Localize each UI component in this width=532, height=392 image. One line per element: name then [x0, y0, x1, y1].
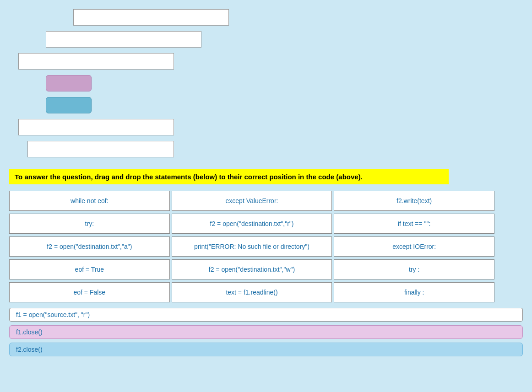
- draggable-f2-close[interactable]: f2.close(): [9, 343, 523, 356]
- statement-row-1: while not eof: except ValueError: f2.wri…: [9, 191, 494, 211]
- colored-box-blue: [46, 97, 92, 113]
- drop-zone-5[interactable]: [27, 141, 174, 157]
- drop-zone-1[interactable]: [73, 9, 229, 26]
- drop-zone-3[interactable]: [18, 53, 174, 70]
- statement-row-2: try: f2 = open("destination.txt","r") if…: [9, 214, 494, 234]
- statement-f2-open-a[interactable]: f2 = open("destination.txt","a"): [9, 236, 170, 257]
- draggable-f1-close[interactable]: f1.close(): [9, 325, 523, 339]
- colored-box-pink: [46, 75, 92, 91]
- statement-f2-open-w[interactable]: f2 = open("destination.txt","w"): [172, 259, 332, 279]
- draggable-f1-open[interactable]: f1 = open("source.txt", "r"): [9, 308, 523, 322]
- statement-try-colon[interactable]: try :: [334, 259, 494, 279]
- drop-zone-2[interactable]: [46, 31, 201, 48]
- statement-try[interactable]: try:: [9, 214, 170, 234]
- instruction-bar: To answer the question, drag and drop th…: [9, 169, 449, 184]
- instruction-text: To answer the question, drag and drop th…: [15, 173, 363, 181]
- statement-if-text-equals[interactable]: if text == "":: [334, 214, 494, 234]
- statement-finally[interactable]: finally :: [334, 282, 494, 302]
- statement-f2-open-r[interactable]: f2 = open("destination.txt","r"): [172, 214, 332, 234]
- statement-row-4: eof = True f2 = open("destination.txt","…: [9, 259, 494, 279]
- statement-print-error[interactable]: print("ERROR: No such file or directory"…: [172, 236, 332, 257]
- statement-except-ioerror[interactable]: except IOError:: [334, 236, 494, 257]
- bottom-items: f1 = open("source.txt", "r") f1.close() …: [9, 308, 523, 356]
- statements-grid: while not eof: except ValueError: f2.wri…: [9, 191, 494, 302]
- statement-row-5: eof = False text = f1.readline() finally…: [9, 282, 494, 302]
- statement-f2-write-text[interactable]: f2.write(text): [334, 191, 494, 211]
- statement-while-not-eof[interactable]: while not eof:: [9, 191, 170, 211]
- statement-except-valueerror[interactable]: except ValueError:: [172, 191, 332, 211]
- statement-eof-false[interactable]: eof = False: [9, 282, 170, 302]
- statement-text-readline[interactable]: text = f1.readline(): [172, 282, 332, 302]
- drop-zone-4[interactable]: [18, 119, 174, 135]
- statement-eof-true[interactable]: eof = True: [9, 259, 170, 279]
- statement-row-3: f2 = open("destination.txt","a") print("…: [9, 236, 494, 257]
